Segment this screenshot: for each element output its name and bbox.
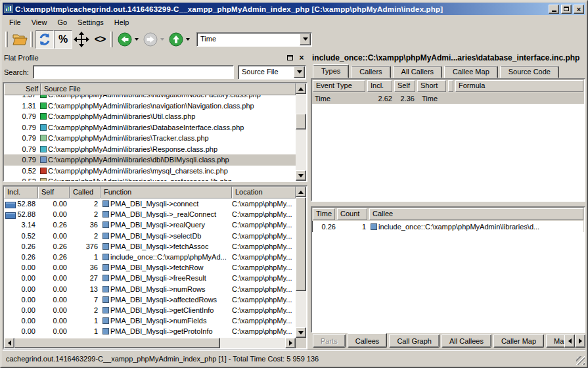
scrollbar-track[interactable]: [296, 94, 306, 170]
group-combobox[interactable]: Source File: [238, 65, 306, 80]
tab-callees[interactable]: Callees: [348, 333, 388, 348]
horizontal-scrollbar[interactable]: [4, 338, 296, 348]
toolbar-handle[interactable]: [110, 32, 113, 47]
function-row[interactable]: 52.880.002PMA_DBI_Mysqli->connectC:\xamp…: [4, 198, 296, 209]
function-row[interactable]: 0.000.0036PMA_DBI_Mysqli->fetchRowC:\xam…: [4, 262, 296, 273]
percent-button[interactable]: %: [54, 30, 72, 49]
refresh-button[interactable]: [35, 30, 54, 49]
menu-view[interactable]: View: [26, 17, 53, 28]
source-file-row[interactable]: 0.79C:\xampp\phpMyAdmin\libraries\Databa…: [4, 122, 296, 133]
scrollbar-thumb[interactable]: [296, 114, 306, 129]
scrollbar-track[interactable]: [296, 197, 306, 327]
function-row[interactable]: 0.260.26376PMA_DBI_Mysqli->fetchAssocC:\…: [4, 241, 296, 252]
dock-close-button[interactable]: ×: [297, 53, 306, 62]
tab-all-callees[interactable]: All Callees: [441, 334, 491, 348]
function-row[interactable]: 0.260.261include_once::C:\xampp\phpMyAd.…: [4, 252, 296, 262]
tab-scroll-right-button[interactable]: [575, 334, 585, 348]
minimize-button[interactable]: [549, 5, 559, 14]
tab-parts[interactable]: Parts: [313, 334, 346, 348]
tab-types[interactable]: Types: [313, 64, 349, 78]
function-row[interactable]: 0.000.007PMA_DBI_Mysqli->affectedRowsC:\…: [4, 294, 296, 305]
toolbar-handle[interactable]: [5, 32, 8, 47]
column-header-function[interactable]: Function: [101, 187, 232, 198]
column-header-location[interactable]: Location: [232, 187, 296, 198]
titlebar[interactable]: C:\xampp\tmp\cachegrind.out.1416463299-C…: [3, 3, 585, 15]
source-file-row[interactable]: 1.31C:\xampp\phpMyAdmin\libraries\naviga…: [4, 101, 296, 112]
event-type-row[interactable]: Time 2.62 2.36 Time: [312, 93, 584, 104]
toolbar-handle[interactable]: [30, 32, 33, 47]
tab-callee-map[interactable]: Callee Map: [444, 66, 498, 78]
combobox-dropdown-button[interactable]: [300, 34, 311, 45]
vertical-scrollbar[interactable]: [296, 187, 306, 338]
source-file-row[interactable]: 0.79C:\xampp\phpMyAdmin\libraries\Respon…: [4, 144, 296, 155]
up-button[interactable]: [167, 30, 185, 49]
source-file-row[interactable]: 0.79C:\xampp\phpMyAdmin\libraries\Tracke…: [4, 133, 296, 144]
menu-help[interactable]: Help: [109, 17, 135, 28]
source-file-row[interactable]: 0.79C:\xampp\phpMyAdmin\libraries\Util.c…: [4, 111, 296, 122]
combobox-dropdown-button[interactable]: [294, 66, 305, 78]
column-header-formula[interactable]: Formula: [455, 80, 583, 92]
scroll-right-button[interactable]: [285, 338, 296, 348]
function-row[interactable]: 52.880.002PMA_DBI_Mysqli->_realConnectC:…: [4, 209, 296, 219]
source-file-row[interactable]: 0.52C:\xampp\phpMyAdmin\libraries\mysql_…: [4, 166, 296, 177]
source-file-row[interactable]: 0.79C:\xampp\phpMyAdmin\libraries\dbi\DB…: [4, 154, 296, 166]
callee-row[interactable]: 0.26 1 include_once::C:\xampp\phpMyAdmin…: [312, 221, 584, 232]
move-button[interactable]: [72, 30, 91, 49]
scroll-down-button[interactable]: [296, 327, 306, 338]
column-header-self[interactable]: Self: [38, 187, 70, 198]
open-file-button[interactable]: [11, 30, 29, 49]
column-header-called[interactable]: Called: [70, 187, 101, 198]
back-dropdown-icon[interactable]: [135, 38, 139, 41]
expand-horizontal-button[interactable]: <>: [91, 30, 109, 49]
tab-caller-map[interactable]: Caller Map: [493, 334, 544, 348]
column-header-count[interactable]: Count: [337, 208, 367, 220]
source-file-row[interactable]: 0.52C:\xampp\phpMyAdmin\libraries\user_p…: [4, 176, 296, 181]
maximize-button[interactable]: [561, 5, 572, 14]
function-row[interactable]: 0.000.001PMA_DBI_Mysqli->numFieldsC:\xam…: [4, 315, 296, 326]
function-name-cell: include_once::C:\xampp\phpMyAd...: [101, 253, 232, 261]
tab-callers[interactable]: Callers: [351, 66, 390, 78]
up-dropdown-icon[interactable]: [186, 38, 190, 41]
column-header-short[interactable]: Short: [417, 80, 446, 92]
file-color-icon: [40, 168, 47, 174]
forward-dropdown-icon[interactable]: [160, 38, 164, 41]
scroll-up-button[interactable]: [296, 83, 306, 94]
scroll-up-button[interactable]: [296, 187, 306, 197]
menu-file[interactable]: File: [4, 17, 26, 28]
function-row[interactable]: 0.000.002PMA_DBI_Mysqli->getClientInfoC:…: [4, 305, 296, 315]
column-header-time[interactable]: Time: [313, 208, 335, 220]
scrollbar-track[interactable]: [14, 338, 285, 348]
column-header-incl[interactable]: Incl.: [4, 187, 38, 198]
scroll-down-button[interactable]: [296, 170, 306, 181]
tab-call-graph[interactable]: Call Graph: [389, 334, 440, 348]
tab-source-code[interactable]: Source Code: [500, 66, 559, 78]
scrollbar-thumb[interactable]: [14, 338, 220, 348]
scroll-left-button[interactable]: [4, 338, 14, 348]
tab-all-callers[interactable]: All Callers: [393, 66, 443, 78]
resize-grip[interactable]: [576, 356, 585, 365]
search-input[interactable]: [33, 65, 234, 79]
column-header-incl[interactable]: Incl.: [367, 80, 392, 92]
menu-go[interactable]: Go: [52, 17, 72, 28]
scrollbar-thumb[interactable]: [296, 197, 306, 291]
back-button[interactable]: [116, 30, 134, 49]
column-header-source-file[interactable]: Source File: [41, 83, 296, 95]
dock-float-button[interactable]: [285, 53, 294, 62]
menu-settings[interactable]: Settings: [72, 17, 109, 28]
function-row[interactable]: 0.520.002PMA_DBI_Mysqli->selectDbC:\xamp…: [4, 231, 296, 241]
function-row[interactable]: 0.000.0027PMA_DBI_Mysqli->freeResultC:\x…: [4, 273, 296, 283]
column-header-self[interactable]: Self: [394, 80, 415, 92]
source-file-row[interactable]: 1.37C:\xampp\phpMyAdmin\libraries\naviga…: [4, 95, 296, 101]
column-header-event-type[interactable]: Event Type: [313, 80, 365, 92]
function-row[interactable]: 0.000.0013PMA_DBI_Mysqli->numRowsC:\xamp…: [4, 284, 296, 294]
function-row[interactable]: 3.140.2636PMA_DBI_Mysqli->realQueryC:\xa…: [4, 219, 296, 230]
event-type-combobox[interactable]: Time: [196, 32, 312, 47]
column-header-self[interactable]: Self: [4, 83, 41, 95]
forward-button[interactable]: [141, 30, 160, 49]
function-row[interactable]: 0.000.001PMA_DBI_Mysqli->getProtoInfoC:\…: [4, 326, 296, 336]
vertical-scrollbar[interactable]: [296, 83, 306, 181]
dock-titlebar[interactable]: Flat Profile ×: [3, 52, 307, 63]
column-header-callee[interactable]: Callee: [369, 208, 583, 220]
close-button[interactable]: ×: [574, 5, 584, 14]
tab-scroll-left-button[interactable]: [564, 334, 575, 348]
